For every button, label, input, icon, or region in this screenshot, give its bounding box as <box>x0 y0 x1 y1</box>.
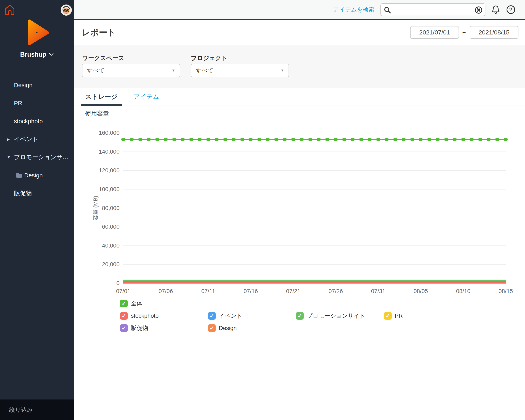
sidebar-item-label: 販促物 <box>14 189 32 197</box>
triangle-down-icon[interactable]: ▼ <box>7 155 11 159</box>
legend-item[interactable]: ✓イベント <box>208 310 296 322</box>
legend-item[interactable]: ✓PR <box>384 310 472 322</box>
legend-item[interactable]: ✓販促物 <box>120 322 208 334</box>
date-separator: ~ <box>462 28 466 37</box>
chevron-down-icon <box>49 53 54 56</box>
svg-text:20,000: 20,000 <box>102 261 120 267</box>
triangle-right-icon[interactable]: ▶ <box>7 137 10 142</box>
help-icon[interactable]: ? <box>506 5 516 15</box>
sidebar-item-label: Design <box>14 82 32 89</box>
svg-text:100,000: 100,000 <box>99 186 120 192</box>
page-header: レポート ~ <box>74 21 525 44</box>
date-to-input[interactable] <box>470 26 518 39</box>
tab-bar: ストレージ アイテム <box>74 88 525 105</box>
sidebar-item[interactable]: 販促物 <box>0 184 74 202</box>
main-content: アイテムを検索 <box>74 0 525 420</box>
workspace-filter-label: ワークスペース <box>82 54 124 62</box>
project-filter-label: プロジェクト <box>191 54 227 62</box>
storage-usage-chart: 020,00040,00060,00080,000100,000120,0001… <box>82 123 525 299</box>
topbar: アイテムを検索 <box>74 0 525 20</box>
svg-text:60,000: 60,000 <box>102 224 120 230</box>
legend-checkbox[interactable]: ✓ <box>120 300 128 308</box>
search-input[interactable] <box>393 4 471 16</box>
caret-down-icon: ▼ <box>281 68 284 73</box>
filters-section: ワークスペース すべて ▼ プロジェクト すべて ▼ <box>74 45 525 88</box>
item-search-link[interactable]: アイテムを検索 <box>333 6 374 14</box>
svg-text:07/11: 07/11 <box>201 288 215 294</box>
sidebar-item[interactable]: Design <box>0 166 74 184</box>
brand-name: Brushup <box>20 51 46 58</box>
svg-text:140,000: 140,000 <box>99 149 120 155</box>
svg-text:120,000: 120,000 <box>99 167 120 174</box>
chart-legend: ✓全体✓stockphoto✓イベント✓プロモーションサイト✓PR✓販促物✓De… <box>120 297 472 334</box>
avatar[interactable] <box>61 5 72 16</box>
legend-label: Design <box>219 325 237 331</box>
svg-text:08/15: 08/15 <box>498 288 513 294</box>
svg-text:40,000: 40,000 <box>102 243 120 249</box>
svg-text:07/21: 07/21 <box>286 288 300 294</box>
sidebar: Brushup DesignPRstockphoto▶イベント▼プロモーションサ… <box>0 0 74 420</box>
workspace-select[interactable]: すべて ▼ <box>82 64 180 77</box>
tab-items[interactable]: アイテム <box>133 88 159 105</box>
brand-switcher[interactable]: Brushup <box>0 51 74 58</box>
svg-text:容量 (MB): 容量 (MB) <box>93 196 99 220</box>
legend-checkbox[interactable]: ✓ <box>384 312 392 320</box>
legend-label: プロモーションサイト <box>307 312 366 320</box>
svg-text:07/01: 07/01 <box>116 288 131 294</box>
legend-checkbox[interactable]: ✓ <box>208 324 216 332</box>
project-select-value: すべて <box>196 67 214 75</box>
legend-item[interactable]: ✓プロモーションサイト <box>296 310 384 322</box>
project-select[interactable]: すべて ▼ <box>191 64 289 77</box>
tab-storage[interactable]: ストレージ <box>81 88 122 105</box>
legend-label: stockphoto <box>131 313 159 319</box>
legend-label: イベント <box>219 312 242 320</box>
sidebar-item-label: stockphoto <box>14 118 43 125</box>
svg-text:?: ? <box>509 7 512 12</box>
legend-checkbox[interactable]: ✓ <box>120 312 128 320</box>
home-icon[interactable] <box>5 4 15 16</box>
search-icon <box>384 6 391 15</box>
legend-label: PR <box>395 313 403 319</box>
chart-title: 使用容量 <box>85 110 109 118</box>
legend-label: 全体 <box>131 300 142 308</box>
svg-text:0: 0 <box>116 280 120 286</box>
folder-icon <box>16 173 22 178</box>
sidebar-filter-bar <box>0 400 74 420</box>
workspace-select-value: すべて <box>87 67 105 75</box>
search-box <box>380 3 485 16</box>
page-title: レポート <box>82 27 116 38</box>
sidebar-item[interactable]: ▼プロモーションサ… <box>0 148 74 166</box>
svg-text:80,000: 80,000 <box>102 205 120 211</box>
sidebar-item[interactable]: stockphoto <box>0 112 74 130</box>
svg-text:07/26: 07/26 <box>328 288 343 294</box>
legend-label: 販促物 <box>131 324 148 332</box>
sidebar-item-label: プロモーションサ… <box>14 153 68 161</box>
date-from-input[interactable] <box>410 26 459 39</box>
sidebar-nav: DesignPRstockphoto▶イベント▼プロモーションサ…Design販… <box>0 76 74 202</box>
legend-checkbox[interactable]: ✓ <box>208 312 216 320</box>
svg-text:08/10: 08/10 <box>456 288 470 294</box>
date-range: ~ <box>410 26 518 39</box>
svg-text:07/31: 07/31 <box>371 288 385 294</box>
sidebar-item-label: イベント <box>14 135 38 143</box>
svg-text:07/16: 07/16 <box>244 288 258 294</box>
legend-checkbox[interactable]: ✓ <box>296 312 304 320</box>
sidebar-item[interactable]: Design <box>0 76 74 94</box>
svg-text:07/06: 07/06 <box>159 288 173 294</box>
legend-checkbox[interactable]: ✓ <box>120 324 128 332</box>
clear-search-icon[interactable] <box>475 6 483 15</box>
sidebar-item-label: Design <box>24 172 43 179</box>
caret-down-icon: ▼ <box>172 68 175 73</box>
legend-item[interactable]: ✓Design <box>208 322 296 334</box>
svg-text:160,000: 160,000 <box>99 130 120 136</box>
notifications-bell-icon[interactable] <box>491 5 501 15</box>
sidebar-item[interactable]: PR <box>0 94 74 112</box>
brushup-logo-icon <box>23 19 51 48</box>
legend-item[interactable]: ✓全体 <box>120 297 208 310</box>
legend-item[interactable]: ✓stockphoto <box>120 310 208 322</box>
sidebar-item[interactable]: ▶イベント <box>0 130 74 148</box>
sidebar-item-label: PR <box>14 100 22 107</box>
svg-text:08/05: 08/05 <box>414 288 428 294</box>
